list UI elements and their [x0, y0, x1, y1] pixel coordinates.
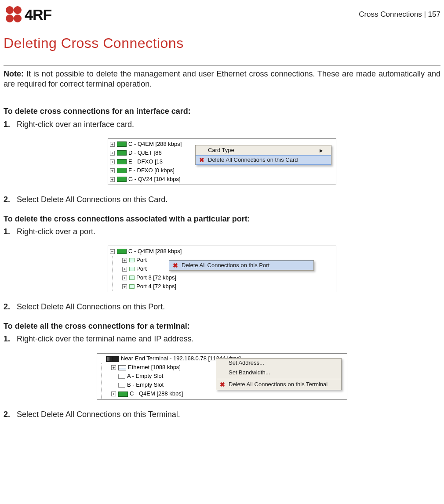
- ethernet-icon: [118, 365, 126, 370]
- step-text: Select Delete All Connections on this Ca…: [17, 195, 440, 205]
- expand-icon[interactable]: +: [110, 142, 115, 147]
- tree-label: Port 3 [72 kbps]: [136, 274, 176, 282]
- port-icon: [129, 284, 135, 289]
- logo: 4RF: [4, 4, 51, 25]
- step-text: Right-click over an interface card.: [17, 120, 440, 130]
- tree-label: A - Empty Slot: [127, 373, 163, 380]
- submenu-arrow-icon: ▶: [320, 148, 323, 153]
- tree-label: C - Q4EM [288 kbps]: [130, 390, 183, 398]
- note-text: It is not possible to delete the managem…: [4, 69, 440, 88]
- menu-label: Set Bandwidth...: [229, 369, 270, 377]
- tree-row[interactable]: + Port 3 [72 kbps]: [120, 273, 336, 282]
- menu-label: Card Type: [208, 147, 234, 154]
- expand-icon[interactable]: +: [111, 392, 116, 396]
- tree-label: F - DFXO [0 kbps]: [128, 167, 175, 174]
- expand-icon[interactable]: +: [110, 168, 115, 173]
- section1-step1: 1. Right-click over an interface card.: [4, 120, 440, 130]
- card-icon: [117, 177, 127, 182]
- step-number: 2.: [4, 410, 17, 420]
- step-number: 2.: [4, 302, 17, 312]
- tree-row[interactable]: + G - QV24 [104 kbps]: [108, 175, 336, 184]
- figure-port-tree: − C - Q4EM [288 kbps] + Port + Port + Po…: [108, 246, 336, 292]
- tree-label: Port 4 [72 kbps]: [136, 283, 176, 290]
- card-icon: [118, 392, 128, 397]
- section1-step2: 2. Select Delete All Connections on this…: [4, 195, 440, 205]
- expand-icon[interactable]: +: [110, 177, 115, 182]
- menu-label: Set Address...: [229, 359, 264, 367]
- tree-row[interactable]: + C - Q4EM [288 kbps]: [109, 390, 347, 399]
- expand-icon[interactable]: +: [122, 258, 127, 263]
- section2-step2: 2. Select Delete All Connections on this…: [4, 302, 440, 312]
- svg-point-1: [14, 6, 22, 14]
- collapse-icon[interactable]: −: [110, 249, 115, 254]
- section3-head: To delete all the cross connections for …: [4, 321, 440, 331]
- card-icon: [117, 150, 127, 156]
- slot-icon: [118, 374, 125, 379]
- expand-icon[interactable]: +: [122, 284, 127, 289]
- delete-icon: ✖: [172, 261, 179, 269]
- tree-label: B - Empty Slot: [127, 381, 164, 389]
- expand-icon[interactable]: +: [110, 151, 115, 156]
- tree-label: G - QV24 [104 kbps]: [128, 176, 181, 183]
- svg-point-3: [14, 15, 22, 22]
- spacer-icon: [111, 374, 116, 379]
- menu-item-delete-port[interactable]: ✖ Delete All Connections on this Port: [169, 261, 313, 270]
- spacer-icon: [111, 383, 116, 388]
- doc-header: 4RF Cross Connections | 157: [4, 4, 440, 25]
- section3-step2: 2. Select Delete All Connections on this…: [4, 410, 440, 420]
- expand-icon[interactable]: +: [122, 267, 127, 272]
- menu-item-delete-terminal[interactable]: ✖ Delete All Connections on this Termina…: [216, 380, 341, 390]
- expand-icon[interactable]: +: [122, 276, 127, 280]
- port-icon: [129, 258, 135, 262]
- menu-label: Delete All Connections on this Card: [208, 156, 298, 164]
- expand-icon[interactable]: +: [111, 365, 116, 370]
- tree-label: Port: [136, 257, 147, 264]
- note-block: Note: It is not possible to delete the m…: [4, 65, 440, 93]
- step-text: Select Delete All Connections on this Po…: [17, 302, 440, 312]
- menu-item-delete-card[interactable]: ✖ Delete All Connections on this Card: [196, 155, 331, 165]
- figure-terminal-tree: Near End Terminal - 192.168.0.78 [11344 …: [97, 353, 347, 400]
- spacer-icon: [99, 356, 104, 361]
- tree-label: Ethernet [1088 kbps]: [128, 364, 181, 371]
- menu-item-set-address[interactable]: Set Address...: [216, 359, 341, 368]
- tree-row[interactable]: + Port 4 [72 kbps]: [120, 282, 336, 291]
- svg-point-2: [6, 15, 14, 22]
- svg-point-0: [6, 6, 14, 14]
- tree-label: C - Q4EM [288 kbps]: [128, 141, 182, 148]
- step-text: Right-click over a port.: [17, 227, 440, 237]
- menu-item-card-type[interactable]: Card Type ▶: [196, 145, 331, 155]
- tree-row[interactable]: + F - DFXO [0 kbps]: [108, 166, 336, 175]
- step-number: 2.: [4, 195, 17, 205]
- section3-step1: 1. Right-click over the terminal name an…: [4, 334, 440, 344]
- step-number: 1.: [4, 120, 17, 130]
- page-title: Deleting Cross Connections: [4, 34, 440, 53]
- tree-label: D - QJET [86: [128, 149, 162, 157]
- breadcrumb: Cross Connections | 157: [359, 10, 440, 19]
- section2-head: To delete the cross connections associat…: [4, 214, 440, 224]
- card-icon: [117, 141, 127, 147]
- context-menu: Set Address... Set Bandwidth... ✖ Delete…: [216, 358, 342, 390]
- menu-label: Delete All Connections on this Terminal: [229, 381, 328, 388]
- note-label: Note:: [4, 69, 24, 78]
- slot-icon: [118, 383, 125, 388]
- card-icon: [117, 249, 127, 254]
- tree-row[interactable]: − C - Q4EM [288 kbps]: [108, 247, 336, 256]
- step-number: 1.: [4, 334, 17, 344]
- delete-icon: ✖: [198, 156, 205, 164]
- tree-label: C - Q4EM [288 kbps]: [128, 248, 182, 255]
- context-menu: ✖ Delete All Connections on this Port: [169, 260, 314, 271]
- menu-separator: [217, 379, 341, 379]
- card-icon: [117, 168, 127, 173]
- tree-label: E - DFXO [13: [128, 158, 163, 166]
- context-menu: Card Type ▶ ✖ Delete All Connections on …: [195, 145, 331, 165]
- step-text: Right-click over the terminal name and I…: [17, 334, 440, 344]
- expand-icon[interactable]: +: [110, 160, 115, 164]
- step-text: Select Delete All Connections on this Te…: [17, 410, 440, 420]
- terminal-icon: [106, 356, 119, 362]
- menu-item-set-bandwidth[interactable]: Set Bandwidth...: [216, 368, 341, 378]
- delete-icon: ✖: [219, 381, 226, 388]
- tree-label: Port: [136, 265, 147, 273]
- logo-icon: [4, 4, 24, 25]
- figure-card-tree: + C - Q4EM [288 kbps] + D - QJET [86 + E…: [108, 138, 336, 185]
- port-icon: [129, 276, 135, 280]
